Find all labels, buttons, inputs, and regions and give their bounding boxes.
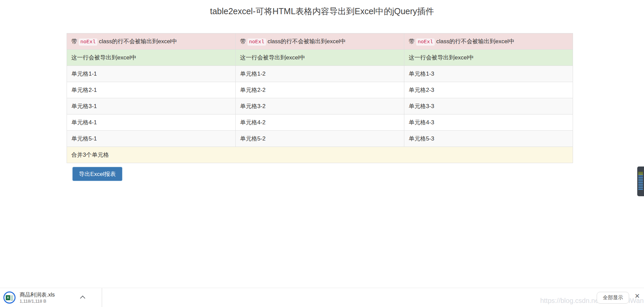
scroll-widget-stripe — [638, 189, 643, 190]
table-cell: 单元格4-3 — [404, 114, 573, 131]
scroll-widget-stripe — [638, 185, 643, 186]
scroll-widget-stripe — [638, 180, 643, 181]
page-title: table2excel-可将HTML表格内容导出到Excel中的jQuery插件 — [0, 0, 644, 17]
merged-cell: 合并3个单元格 — [67, 147, 573, 163]
chevron-up-icon — [80, 296, 85, 301]
scroll-widget-stripe — [638, 187, 643, 188]
table-cell: 单元格5-2 — [236, 131, 404, 147]
export-excel-button[interactable]: 导出Excel报表 — [72, 167, 122, 181]
noexl-code-badge: noExl — [79, 39, 97, 46]
table-row: 单元格3-1 单元格3-2 单元格3-3 — [67, 98, 573, 114]
table-cell: 单元格3-3 — [404, 98, 573, 114]
file-meta: 商品利润表.xls 1,118/1,118 B — [20, 291, 55, 304]
scroll-widget-stripe — [638, 177, 643, 178]
table-cell: 单元格5-3 — [404, 131, 573, 147]
table-row: 单元格4-1 单元格4-2 单元格4-3 — [67, 114, 573, 131]
table-row-export: 这一行会被导出到excel中 这一行会被导出到excel中 这一行会被导出到ex… — [67, 50, 573, 66]
noexl-code-badge: noExl — [247, 39, 266, 46]
table-row: 单元格1-1 单元格1-2 单元格1-3 — [67, 66, 573, 82]
table-cell: 单元格1-1 — [67, 66, 236, 82]
table-cell: 带 noExl class的行不会被输出到excel中 — [404, 33, 573, 50]
table-cell: 带 noExl class的行不会被输出到excel中 — [67, 33, 236, 50]
table-cell: 单元格2-1 — [67, 82, 236, 98]
file-menu-button[interactable] — [78, 293, 87, 302]
table-cell: 单元格4-2 — [236, 114, 404, 131]
table-cell: 单元格2-3 — [404, 82, 573, 98]
show-all-downloads-button[interactable]: 全部显示 — [597, 292, 629, 304]
file-size: 1,118/1,118 B — [20, 299, 55, 304]
table-cell: 带 noExl class的行不会被输出到excel中 — [236, 33, 404, 50]
download-progress-ring: X — [3, 291, 16, 304]
scroll-widget-stripe — [638, 174, 643, 175]
scroll-widget-stripe — [638, 172, 643, 173]
table-cell: 单元格2-2 — [236, 82, 404, 98]
table-cell: 这一行会被导出到excel中 — [236, 50, 404, 66]
table-cell: 单元格3-1 — [67, 98, 236, 114]
table-cell: 单元格1-2 — [236, 66, 404, 82]
table-cell: 这一行会被导出到excel中 — [67, 50, 236, 66]
table-row: 单元格5-1 单元格5-2 单元格5-3 — [67, 131, 573, 147]
table-row-merged: 合并3个单元格 — [67, 147, 573, 163]
table-row: 单元格2-1 单元格2-2 单元格2-3 — [67, 82, 573, 98]
scroll-widget-stripe — [638, 184, 643, 185]
table-cell: 单元格4-1 — [67, 114, 236, 131]
demo-table: 带 noExl class的行不会被输出到excel中 带 noExl clas… — [67, 33, 573, 163]
table-cell: 单元格5-1 — [67, 131, 236, 147]
downloaded-file-item[interactable]: X 商品利润表.xls 1,118/1,118 B — [0, 288, 102, 307]
file-name: 商品利润表.xls — [20, 291, 55, 298]
close-icon[interactable]: ✕ — [635, 293, 640, 299]
scroll-widget-stripe — [638, 175, 643, 176]
table-cell: 单元格1-3 — [404, 66, 573, 82]
download-bar: X 商品利润表.xls 1,118/1,118 B https://blog.c… — [0, 288, 644, 307]
scroll-widget-stripe — [638, 179, 643, 180]
table-row-noexl: 带 noExl class的行不会被输出到excel中 带 noExl clas… — [67, 33, 573, 50]
scroll-widget-stripe — [638, 182, 643, 183]
table-cell: 这一行会被导出到excel中 — [404, 50, 573, 66]
noexl-code-badge: noExl — [416, 39, 435, 46]
scrollbar-widget[interactable] — [637, 167, 644, 196]
table-cell: 单元格3-2 — [236, 98, 404, 114]
excel-file-icon: X — [6, 295, 13, 301]
